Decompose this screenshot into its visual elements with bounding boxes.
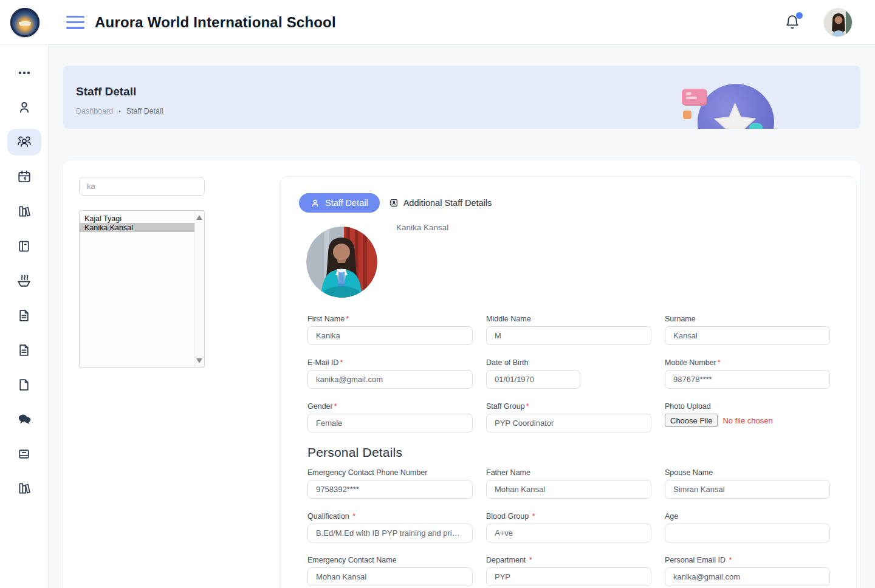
breadcrumb: Dashboard • Staff Detail <box>76 107 163 115</box>
field-surname: Surname <box>665 315 830 345</box>
profile-header: Kanika Kansal <box>307 227 830 298</box>
file-chosen-status: No file chosen <box>722 416 772 425</box>
age-input[interactable] <box>665 524 830 542</box>
user-avatar[interactable] <box>823 8 853 37</box>
sidebar-item-reports[interactable] <box>7 302 41 329</box>
staff-list-item[interactable]: Kajal Tyagi <box>80 214 194 223</box>
hamburger-menu-icon[interactable] <box>66 16 84 29</box>
personal-details-heading: Personal Details <box>307 445 830 460</box>
field-blood-group: Blood Group * <box>486 512 651 542</box>
sidebar-item-canteen[interactable] <box>7 267 41 294</box>
page-banner: Staff Detail Dashboard • Staff Detail <box>63 66 860 129</box>
middle-name-input[interactable] <box>486 326 651 345</box>
notification-bell-icon[interactable] <box>784 15 800 30</box>
required-marker: * <box>340 358 343 367</box>
department-input[interactable] <box>486 567 651 586</box>
sidebar-item-staff[interactable] <box>7 129 41 156</box>
first-name-input[interactable] <box>307 326 473 345</box>
gender-input[interactable] <box>307 414 473 432</box>
scroll-up-arrow-icon[interactable] <box>196 215 202 220</box>
email-input[interactable] <box>307 370 473 389</box>
notification-dot <box>796 12 803 19</box>
field-dob: Date of Birth <box>486 358 651 389</box>
staff-list-item-selected[interactable]: Kanika Kansal <box>80 223 194 232</box>
tab-staff-detail-label: Staff Detail <box>325 198 368 208</box>
tab-additional-label: Additional Staff Details <box>403 198 492 208</box>
staff-group-input[interactable] <box>486 414 651 432</box>
field-email: E-Mail ID* <box>307 358 473 389</box>
required-marker: * <box>529 556 532 564</box>
mobile-input[interactable] <box>665 370 830 389</box>
sidebar-item-calendar[interactable] <box>7 163 41 190</box>
breadcrumb-dashboard[interactable]: Dashboard <box>76 107 113 115</box>
field-personal-email: Personal Email ID * <box>665 556 830 586</box>
pink-card-shape <box>682 89 707 106</box>
field-spouse-name: Spouse Name <box>665 468 830 499</box>
field-emergency-phone: Emergency Contact Phone Number <box>307 468 473 499</box>
sidebar-item-library[interactable] <box>7 198 41 225</box>
personal-email-input[interactable] <box>665 567 830 586</box>
field-emergency-name: Emergency Contact Name <box>307 556 473 586</box>
sidebar-item-files[interactable] <box>7 371 41 398</box>
field-age: Age <box>665 512 830 542</box>
sidebar-item-more[interactable] <box>7 60 41 86</box>
field-department: Department * <box>486 556 651 586</box>
choose-file-button[interactable]: Choose File <box>665 414 718 427</box>
father-name-input[interactable] <box>486 480 651 499</box>
app-header: Aurora World International School <box>0 0 875 45</box>
blood-group-input[interactable] <box>486 524 651 542</box>
sidebar-item-messages[interactable] <box>7 406 41 432</box>
orange-square-shape <box>683 111 691 119</box>
qualification-input[interactable] <box>307 524 473 542</box>
staff-search-input[interactable] <box>79 177 205 196</box>
required-marker: * <box>532 512 535 521</box>
surname-input[interactable] <box>665 326 830 345</box>
app-title: Aurora World International School <box>95 14 336 31</box>
field-gender: Gender* <box>307 402 473 432</box>
scroll-down-arrow-icon[interactable] <box>196 358 202 363</box>
field-mobile: Mobile Number* <box>665 358 830 389</box>
teal-block-shape <box>749 123 763 129</box>
page-title: Staff Detail <box>76 85 136 98</box>
emergency-phone-input[interactable] <box>307 480 473 499</box>
required-marker: * <box>346 315 349 323</box>
field-staff-group: Staff Group* <box>486 402 651 432</box>
star-ball-illustration <box>681 79 802 129</box>
required-marker: * <box>334 402 337 411</box>
sidebar-item-devices[interactable] <box>7 440 41 467</box>
dob-input[interactable] <box>486 370 580 389</box>
breadcrumb-current: Staff Detail <box>126 107 163 115</box>
tab-staff-detail[interactable]: Staff Detail <box>299 193 380 213</box>
required-marker: * <box>352 512 355 521</box>
field-father-name: Father Name <box>486 468 651 499</box>
sidebar-item-profile[interactable] <box>7 94 41 121</box>
required-marker: * <box>729 556 732 564</box>
required-marker: * <box>718 358 721 367</box>
school-logo <box>10 8 39 37</box>
staff-profile-photo <box>306 227 377 298</box>
staff-detail-panel: Staff Detail Additional Staff Details <box>280 176 857 588</box>
required-marker: * <box>526 402 529 411</box>
field-photo-upload: Photo Upload Choose File No file chosen <box>665 402 830 432</box>
tab-additional-staff-details[interactable]: Additional Staff Details <box>389 198 492 208</box>
field-middle-name: Middle Name <box>486 315 651 345</box>
sidebar-item-documents[interactable] <box>7 337 41 363</box>
field-qualification: Qualification * <box>307 512 473 542</box>
sidebar-item-bookshelf[interactable] <box>7 475 41 502</box>
sidebar-item-notebook[interactable] <box>7 233 41 259</box>
staff-listbox[interactable]: Kajal Tyagi Kanika Kansal <box>79 210 205 368</box>
spouse-name-input[interactable] <box>665 480 830 499</box>
emergency-name-input[interactable] <box>307 567 473 586</box>
content-card: Kajal Tyagi Kanika Kansal Staff Detail <box>63 160 860 588</box>
breadcrumb-separator: • <box>118 108 121 115</box>
main-content: Staff Detail Dashboard • Staff Detail Ka… <box>49 45 875 588</box>
field-first-name: First Name* <box>307 315 473 345</box>
detail-tabs: Staff Detail Additional Staff Details <box>299 193 830 213</box>
sidebar-nav <box>0 45 49 588</box>
listbox-scrollbar[interactable] <box>194 211 204 367</box>
staff-name-label: Kanika Kansal <box>396 223 448 232</box>
